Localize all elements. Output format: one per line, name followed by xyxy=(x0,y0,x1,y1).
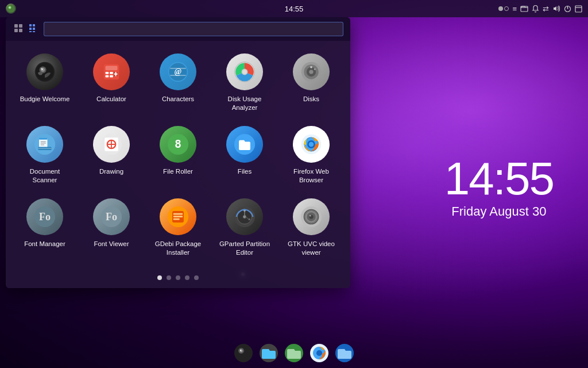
svg-rect-13 xyxy=(29,28,32,30)
svg-rect-10 xyxy=(19,29,22,32)
svg-rect-26 xyxy=(110,72,113,74)
svg-point-100 xyxy=(316,350,322,356)
page-dot-5[interactable] xyxy=(194,275,199,280)
top-panel: 14:55 ≡ ⇄ xyxy=(0,0,588,17)
taskbar-nautilus[interactable] xyxy=(283,342,305,365)
gdebi-icon xyxy=(160,198,196,235)
characters-icon: @ xyxy=(160,53,196,90)
svg-point-94 xyxy=(240,350,243,352)
svg-rect-75 xyxy=(173,216,183,217)
svg-rect-28 xyxy=(106,75,109,78)
clock-date: Friday August 30 xyxy=(444,204,554,219)
panel-indicator-1 xyxy=(498,6,509,11)
svg-rect-14 xyxy=(33,28,35,30)
app-item-gparted[interactable]: GParted Partition Editor xyxy=(211,191,278,264)
svg-point-22 xyxy=(42,69,43,70)
app-grid: Budgie Welcome Calculator xyxy=(6,41,350,270)
app-item-disk-usage[interactable]: Disk Usage Analyzer xyxy=(211,47,278,119)
app-item-disks[interactable]: Disks xyxy=(278,47,345,119)
disks-icon xyxy=(293,53,330,90)
panel-bell-icon[interactable] xyxy=(532,5,539,13)
list-view-icon[interactable] xyxy=(28,22,39,36)
svg-rect-54 xyxy=(38,148,52,149)
taskbar xyxy=(225,339,363,368)
panel-right: ≡ ⇄ xyxy=(498,5,582,13)
menu-header xyxy=(6,17,350,41)
svg-point-46 xyxy=(314,68,316,70)
grid-view-icon[interactable] xyxy=(13,22,24,36)
panel-menu-icon[interactable]: ≡ xyxy=(512,5,517,13)
doc-scanner-label: Document Scanner xyxy=(19,167,71,185)
doc-scanner-icon xyxy=(26,126,63,163)
taskbar-nemo[interactable] xyxy=(333,342,356,365)
app-item-gtk-uvc[interactable]: GTK UVC video viewer xyxy=(278,191,345,264)
page-dot-3[interactable] xyxy=(176,275,180,280)
page-dot-4[interactable] xyxy=(185,275,189,280)
svg-point-90 xyxy=(310,215,311,217)
svg-rect-29 xyxy=(110,75,113,78)
panel-files-icon[interactable] xyxy=(520,5,528,13)
svg-rect-76 xyxy=(173,218,180,220)
disk-usage-label: Disk Usage Analyzer xyxy=(219,95,270,112)
app-item-font-manager[interactable]: Fo Font Manager xyxy=(11,191,78,264)
drawing-icon xyxy=(93,126,130,163)
svg-point-45 xyxy=(310,66,312,68)
font-manager-icon: Fo xyxy=(26,198,63,235)
svg-rect-7 xyxy=(14,24,18,28)
app-item-drawing[interactable]: Drawing xyxy=(78,119,145,191)
panel-clock: 14:55 xyxy=(285,5,304,13)
budgie-welcome-label: Budgie Welcome xyxy=(20,95,70,103)
taskbar-files[interactable] xyxy=(257,342,280,365)
app-item-calculator[interactable]: Calculator xyxy=(78,47,145,119)
panel-network-icon[interactable]: ⇄ xyxy=(543,5,549,13)
characters-label: Characters xyxy=(162,95,194,103)
svg-rect-16 xyxy=(33,31,35,32)
app-menu: Budgie Welcome Calculator xyxy=(6,17,350,288)
taskbar-budgie-welcome[interactable] xyxy=(232,342,255,365)
svg-text:8: 8 xyxy=(175,137,181,151)
app-item-file-roller[interactable]: 8 File Roller xyxy=(145,119,211,191)
svg-rect-9 xyxy=(14,29,18,32)
svg-rect-25 xyxy=(106,72,109,74)
page-dots xyxy=(6,270,350,288)
budgie-welcome-icon xyxy=(26,53,63,90)
gtk-uvc-label: GTK UVC video viewer xyxy=(285,240,337,257)
svg-rect-8 xyxy=(19,24,22,28)
firefox-label: Firefox Web Browser xyxy=(285,167,337,185)
taskbar-firefox[interactable] xyxy=(308,342,331,365)
app-item-files[interactable]: Files xyxy=(211,119,278,191)
app-item-gdebi[interactable]: GDebi Package Installer xyxy=(145,191,211,264)
page-dot-1[interactable] xyxy=(157,275,162,280)
panel-left xyxy=(6,3,16,14)
clock-area: 14:55 Friday August 30 xyxy=(444,156,554,219)
svg-rect-15 xyxy=(29,31,32,32)
search-input[interactable] xyxy=(44,22,343,36)
app-item-firefox[interactable]: Firefox Web Browser xyxy=(278,119,345,191)
clock-time: 14:55 xyxy=(444,156,554,202)
app-item-font-viewer[interactable]: Fo Font Viewer xyxy=(78,191,145,264)
svg-point-95 xyxy=(240,350,241,351)
font-viewer-icon: Fo xyxy=(93,198,130,235)
panel-power-icon[interactable] xyxy=(564,5,571,13)
app-item-budgie-welcome[interactable]: Budgie Welcome xyxy=(11,47,78,119)
font-manager-label: Font Manager xyxy=(24,240,65,248)
svg-rect-12 xyxy=(33,24,35,26)
calculator-icon xyxy=(93,53,130,90)
svg-point-0 xyxy=(7,5,15,13)
panel-volume-icon[interactable] xyxy=(552,5,560,12)
svg-rect-49 xyxy=(39,137,47,140)
svg-text:Fo: Fo xyxy=(106,211,117,223)
file-roller-icon: 8 xyxy=(160,126,196,163)
svg-rect-3 xyxy=(521,6,528,12)
app-item-document-scanner[interactable]: Document Scanner xyxy=(11,119,78,191)
budgie-logo-icon[interactable] xyxy=(6,3,16,14)
svg-point-2 xyxy=(9,7,10,8)
svg-point-44 xyxy=(309,70,313,74)
files-label: Files xyxy=(238,167,252,176)
page-dot-2[interactable] xyxy=(167,275,171,280)
files-icon xyxy=(226,126,263,163)
svg-text:@: @ xyxy=(175,67,182,76)
svg-point-82 xyxy=(248,218,250,220)
app-item-characters[interactable]: @ Characters xyxy=(145,47,211,119)
panel-window-icon[interactable] xyxy=(575,5,582,13)
